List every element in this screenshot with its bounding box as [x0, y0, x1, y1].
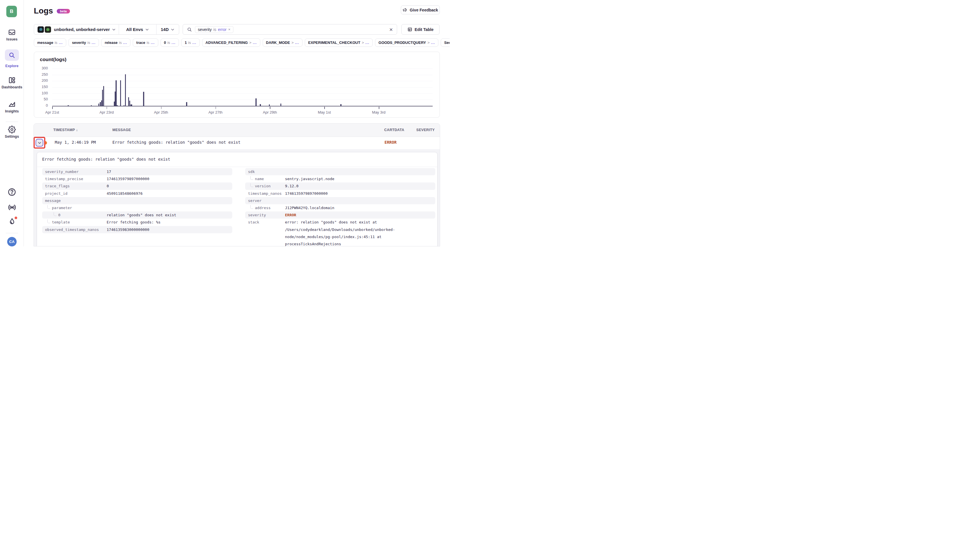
org-logo[interactable]: B: [6, 6, 17, 17]
chart-gridline: [52, 87, 433, 88]
y-axis-tick-label: 200: [37, 78, 48, 83]
broadcast-icon[interactable]: [0, 203, 24, 212]
kv-row-observed-timestamp-nanos[interactable]: observed_timestamp_nanos1746135983000000…: [42, 226, 232, 233]
environment-selector-label: All Envs: [126, 27, 143, 32]
filter-chip-message[interactable]: messageis...: [34, 38, 66, 47]
gear-icon: [0, 126, 24, 133]
y-axis-tick-label: 0: [37, 103, 48, 108]
kv-row-timestamp-nanos[interactable]: timestamp_nanos1746135979897000000: [245, 190, 435, 197]
give-feedback-button[interactable]: Give Feedback: [401, 5, 440, 14]
filter-chip-severity[interactable]: severityis...: [68, 38, 99, 47]
x-axis-tick: [324, 107, 325, 109]
kv-row-trace-flags[interactable]: trace_flags0: [42, 182, 232, 190]
filter-chip-trace[interactable]: traceis...: [133, 38, 158, 47]
kv-key: sdk: [245, 168, 285, 175]
project-selector-label: unborked, unborked-server: [54, 27, 110, 32]
sidebar-item-insights[interactable]: Insights: [0, 100, 24, 113]
sidebar-item-settings[interactable]: Settings: [0, 126, 24, 139]
chart-plot-area: 050100150200250300Apr 21stApr 23rdApr 25…: [34, 52, 439, 117]
filter-chip-advanced-filtering[interactable]: ADVANCED_FILTERING>...: [202, 38, 260, 47]
chart-bar: [269, 104, 270, 106]
kv-key: severity: [245, 212, 285, 218]
chip-text: is: [55, 40, 57, 45]
edit-table-button[interactable]: Edit Table: [401, 24, 439, 35]
kv-key: version: [245, 182, 285, 190]
chip-text: release: [105, 40, 118, 45]
avatar[interactable]: CA: [7, 237, 17, 246]
kv-value: error: relation "goods" does not exist a…: [285, 218, 435, 246]
expand-row-button[interactable]: [35, 139, 43, 147]
kv-key: stack: [245, 218, 285, 226]
kv-row-message[interactable]: message: [42, 197, 232, 204]
chart-bar: [143, 92, 144, 106]
kv-row-0[interactable]: 0relation "goods" does not exist: [42, 212, 232, 218]
search-token-severity[interactable]: severity is error ×: [195, 26, 233, 33]
kv-value: J12PWN42YQ.localdomain: [285, 204, 435, 212]
column-header-timestamp[interactable]: TIMESTAMP ↓: [53, 128, 78, 132]
kv-value: Error fetching goods: %s: [107, 218, 232, 226]
y-axis-tick-label: 250: [37, 72, 48, 76]
filter-chip-release[interactable]: releaseis...: [101, 38, 130, 47]
search-input[interactable]: severity is error × ×: [183, 24, 397, 35]
chip-text: is: [119, 40, 122, 45]
chart-bar: [340, 104, 341, 106]
token-remove-icon[interactable]: ×: [228, 27, 231, 32]
kv-row-stack[interactable]: stackerror: relation "goods" does not ex…: [245, 218, 435, 246]
chip-text: >: [291, 40, 294, 45]
kv-row-severity[interactable]: severityERROR: [245, 212, 435, 218]
tree-connector-icon: [47, 220, 50, 223]
search-clear-icon[interactable]: ×: [389, 25, 393, 33]
dashboard-grid-icon: [0, 76, 24, 84]
kv-row-severity-number[interactable]: severity_number17: [42, 168, 232, 175]
kv-key: timestamp_nanos: [245, 190, 285, 197]
chart-bar: [100, 102, 101, 106]
project-selector[interactable]: unborked, unborked-server: [34, 26, 119, 33]
sidebar-item-explore[interactable]: [5, 49, 19, 61]
kv-key: 0: [42, 212, 107, 218]
kv-row-timestamp-precise[interactable]: timestamp_precise1746135979897000000: [42, 175, 232, 182]
filter-chip-1[interactable]: 1is...: [181, 38, 200, 47]
kv-key: template: [42, 218, 107, 226]
chart-gridline: [52, 69, 433, 69]
environment-selector[interactable]: All Envs: [119, 27, 156, 32]
table-row[interactable]: May 1, 2:46:19 PM Error fetching goods: …: [34, 137, 440, 149]
kv-row-sdk[interactable]: sdk: [245, 168, 435, 175]
chip-text: is: [188, 40, 191, 45]
date-range-selector[interactable]: 14D: [156, 27, 179, 32]
y-axis-tick-label: 100: [37, 91, 48, 95]
kv-row-parameter[interactable]: parameter: [42, 204, 232, 212]
tree-connector-icon: [47, 205, 50, 209]
kv-row-name[interactable]: namesentry.javascript.node: [245, 175, 435, 182]
row-message: Error fetching goods: relation "goods" d…: [112, 140, 240, 145]
help-icon[interactable]: [0, 188, 24, 196]
kv-row-version[interactable]: version9.12.0: [245, 182, 435, 190]
kv-key: project_id: [42, 190, 107, 197]
sidebar-item-dashboards[interactable]: Dashboards: [0, 76, 24, 89]
x-axis-tick-label: Apr 29th: [257, 110, 283, 115]
annotation-highlight-box: [33, 137, 45, 148]
filter-chip-experimental-checkout[interactable]: EXPERIMENTAL_CHECKOUT>...: [305, 38, 373, 47]
filter-chip-goods-productquery[interactable]: GOODS_PRODUCTQUERY>...: [375, 38, 438, 47]
filter-chip-0[interactable]: 0is...: [161, 38, 179, 47]
chip-text: ...: [91, 40, 95, 45]
chart-bar: [260, 104, 261, 106]
kv-row-address[interactable]: addressJ12PWN42YQ.localdomain: [245, 204, 435, 212]
kv-row-server[interactable]: server: [245, 197, 435, 204]
kv-row-project-id[interactable]: project_id4509118548606976: [42, 190, 232, 197]
project-icons: [38, 26, 51, 33]
column-header-severity[interactable]: SEVERITY: [416, 128, 435, 132]
kv-value: 1746135979897000000: [285, 190, 435, 197]
chip-text: ...: [431, 40, 435, 45]
kv-row-template[interactable]: templateError fetching goods: %s: [42, 218, 232, 226]
chart-bar: [125, 74, 126, 106]
sidebar-divider: [6, 233, 18, 233]
sidebar-item-issues[interactable]: Issues: [0, 29, 24, 41]
column-header-cartdata[interactable]: CARTDATA: [384, 128, 404, 132]
divider: [37, 167, 437, 167]
kv-key: server: [245, 197, 285, 204]
flame-icon[interactable]: [0, 217, 24, 226]
column-header-message[interactable]: MESSAGE: [112, 128, 131, 132]
filter-chip-dark-mode[interactable]: DARK_MODE>...: [262, 38, 302, 47]
sidebar-item-explore-label[interactable]: Explore: [0, 63, 24, 68]
filter-chip-see-full-list[interactable]: See full list: [441, 38, 450, 47]
